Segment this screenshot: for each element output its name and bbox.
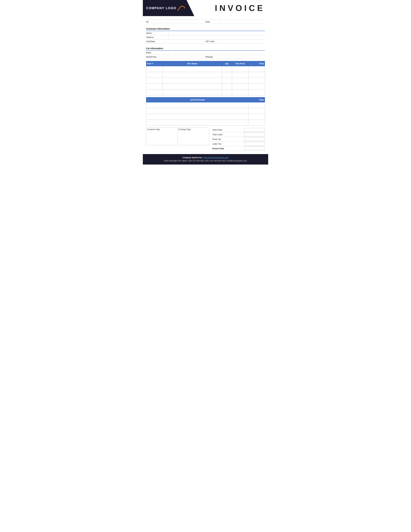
footer-website-link[interactable]: http://freewordtemplates.net/ — [204, 156, 228, 159]
table-row — [146, 108, 265, 114]
part-name-cell — [163, 84, 222, 89]
total-parts-value — [244, 128, 265, 132]
zip-code-colon: : — [220, 40, 223, 43]
no-colon: : — [159, 21, 162, 23]
total-parts-row: Total Parts — [212, 128, 265, 132]
address-colon: : — [167, 36, 170, 38]
part-name-cell — [163, 66, 222, 72]
customer-sign-label: Customer Sign — [147, 128, 160, 131]
qty-cell — [222, 72, 232, 78]
unit-price-cell — [232, 84, 248, 89]
total-cell — [248, 78, 265, 84]
customer-address-row: Address : — [146, 35, 265, 39]
name-colon: : — [167, 32, 170, 34]
customer-info-header: Customer Information: — [146, 27, 265, 31]
col-total: Total — [248, 61, 265, 66]
model-year-colon: : — [164, 56, 167, 58]
mileage-field: Mileage : — [205, 56, 265, 58]
customer-cityzip-row: City/State : ZIP Code : — [146, 39, 265, 44]
unit-price-cell — [232, 78, 248, 84]
total-labor-value — [244, 133, 265, 136]
part-name-cell — [163, 89, 222, 95]
qty-cell — [222, 84, 232, 89]
col-qty: Qty — [222, 61, 232, 66]
col-unit-price: Unit Price — [232, 61, 248, 66]
invoice-title-area: INVOICE — [194, 0, 268, 16]
qty-cell — [222, 78, 232, 84]
qty-cell — [222, 89, 232, 95]
total-labor-row: Total Labor — [212, 132, 265, 137]
col-job: Job Performed — [146, 97, 248, 103]
part-name-cell — [163, 72, 222, 78]
name-label: Name — [146, 32, 167, 34]
total-parts-label: Total Parts — [212, 129, 244, 131]
invoice-title: INVOICE — [215, 3, 265, 13]
totals-area: Total Parts Total Labor Parts Tax Labor … — [212, 128, 265, 151]
page-footer: Company System Inc. | http://freewordtem… — [143, 154, 268, 164]
total-labor-label: Total Labor — [212, 133, 244, 136]
table-row — [146, 89, 265, 95]
city-state-label: City/State — [146, 40, 164, 43]
part-name-cell — [163, 78, 222, 84]
car-model-mileage-row: Model/Year : Mileage : — [146, 55, 265, 59]
zip-code-label: ZIP Code — [205, 40, 220, 43]
main-content: No : Date : Customer Information: Name :… — [143, 16, 268, 151]
sign-area: Customer Sign [Cashier] Sign — [146, 128, 209, 145]
grand-total-label: Grand Total — [212, 147, 244, 150]
job-cell — [146, 103, 248, 108]
car-info-header: Car Information: — [146, 46, 265, 51]
table-row — [146, 120, 265, 126]
job-cell — [146, 114, 248, 120]
parts-tax-value — [244, 137, 265, 141]
cashier-sign-label: [Cashier] Sign — [179, 128, 191, 131]
job-total-cell — [248, 120, 265, 126]
col-job-total: Total — [248, 97, 265, 103]
logo-arc-icon — [177, 5, 185, 11]
part-num-cell — [146, 66, 163, 72]
parts-tax-label: Parts Tax — [212, 138, 244, 140]
unit-price-cell — [232, 72, 248, 78]
part-num-cell — [146, 72, 163, 78]
job-cell — [146, 108, 248, 114]
job-total-cell — [248, 108, 265, 114]
job-table: Job Performed Total — [146, 97, 265, 126]
col-part-num: Part # — [146, 61, 163, 66]
table-row — [146, 78, 265, 84]
part-num-cell — [146, 84, 163, 89]
table-row — [146, 84, 265, 89]
logo-area: COMPANY LOGO — [143, 0, 194, 16]
total-cell — [248, 66, 265, 72]
labor-tax-row: Labor Tax — [212, 142, 265, 146]
parts-table-header: Part # Part Name Qty Unit Price Total — [146, 61, 265, 66]
labor-tax-label: Labor Tax — [212, 143, 244, 145]
model-year-field: Model/Year : — [146, 56, 205, 58]
total-cell — [248, 84, 265, 89]
logo-text: COMPANY LOGO — [146, 6, 176, 10]
footer-line2: 8030 Harrington Rd, Miami, USA | Ph 555-… — [145, 159, 266, 162]
footer-company-name: Company System Inc. — [183, 156, 203, 159]
model-year-label: Model/Year — [146, 56, 164, 58]
invoice-no-field: No : — [146, 21, 205, 23]
cashier-sign-box: [Cashier] Sign — [178, 128, 209, 145]
grand-total-value — [244, 147, 265, 150]
table-row — [146, 114, 265, 120]
car-make-row: Make : — [146, 51, 265, 55]
footer-line1: Company System Inc. | http://freewordtem… — [145, 156, 266, 159]
unit-price-cell — [232, 89, 248, 95]
grand-total-row: Grand Total — [212, 146, 265, 151]
make-label: Make — [146, 51, 167, 54]
page-header: COMPANY LOGO INVOICE — [143, 0, 268, 16]
col-part-name: Part Name — [163, 61, 222, 66]
city-state-field: City/State : — [146, 40, 205, 43]
part-num-cell — [146, 78, 163, 84]
job-total-cell — [248, 114, 265, 120]
job-total-cell — [248, 103, 265, 108]
unit-price-cell — [232, 66, 248, 72]
mileage-colon: : — [220, 56, 223, 58]
job-cell — [146, 120, 248, 126]
customer-sign-box: Customer Sign — [146, 128, 178, 145]
mileage-label: Mileage — [205, 56, 220, 58]
city-state-colon: : — [164, 40, 167, 43]
date-label: Date — [205, 21, 218, 23]
date-colon: : — [218, 21, 222, 23]
